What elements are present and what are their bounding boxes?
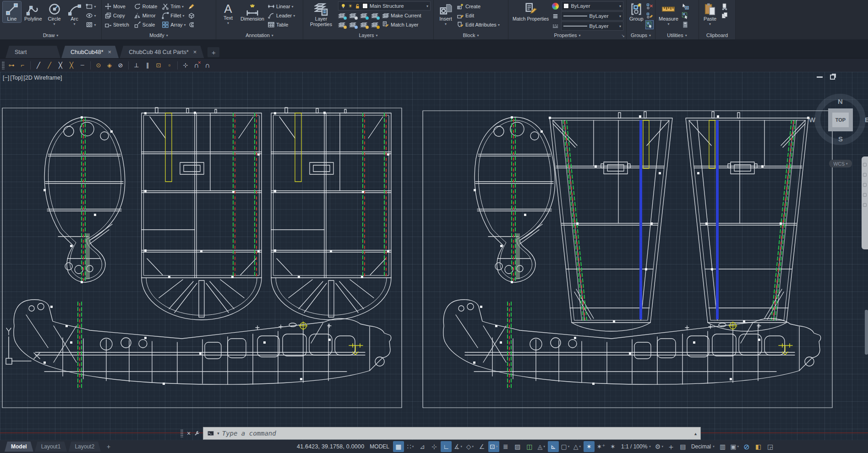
tab-chubcub48-cut-parts[interactable]: ChubCub 48 Cut Parts*× (120, 46, 204, 58)
viewcube-east[interactable]: E (865, 116, 868, 124)
workspace-switching-button[interactable]: ⚙▾ (654, 441, 665, 452)
line-button[interactable]: Line (3, 1, 21, 22)
crosshair-button[interactable]: ＋ (666, 441, 677, 452)
toolbar-grip[interactable] (2, 61, 5, 70)
parallel-snap-button[interactable]: ∥ (142, 60, 153, 70)
tab-start[interactable]: Start (5, 46, 60, 58)
isometric-drafting-toggle[interactable]: ◇▾ (464, 441, 475, 452)
viewport-menu-button[interactable]: [−] (3, 75, 9, 81)
left-wing-rib-stack[interactable] (44, 116, 125, 283)
draw-panel-label[interactable]: Draw▾ (0, 31, 101, 39)
infer-constraints-toggle[interactable]: ⊿ (417, 441, 428, 452)
lineweight-toggle[interactable]: ≣ (500, 441, 511, 452)
layer-on-button[interactable] (338, 21, 346, 28)
visual-style-control-button[interactable]: [2D Wireframe] (23, 75, 62, 81)
viewcube[interactable]: N S W E TOP (814, 91, 867, 149)
explode-button[interactable] (188, 11, 195, 20)
close-icon[interactable]: × (187, 430, 191, 437)
extension-snap-button[interactable]: ┄ (77, 60, 87, 70)
dynamic-ucs-toggle[interactable]: ⊾ (548, 441, 559, 452)
modify-panel-label[interactable]: Modify▾ (102, 31, 216, 39)
gizmo-toggle[interactable]: △▾ (572, 441, 583, 452)
fillet-button[interactable]: Fillet▾ (162, 11, 186, 20)
group-button[interactable]: Group (628, 1, 645, 22)
ellipse-button[interactable]: ▾ (86, 11, 96, 20)
text-button[interactable]: AText▾ (219, 1, 237, 27)
measure-button[interactable]: Measure▾ (657, 1, 680, 28)
ortho-toggle[interactable]: ∟ (441, 441, 452, 452)
circle-button[interactable]: Circle▾ (45, 1, 64, 28)
paste-button[interactable]: Paste▾ (701, 1, 719, 28)
layout1-tab[interactable]: Layout1 (35, 442, 67, 452)
dimension-button[interactable]: Dimension (239, 1, 266, 22)
layer-lock-button[interactable] (371, 12, 379, 19)
viewcube-north[interactable]: N (838, 97, 843, 105)
intersection-snap-button[interactable]: ╳ (55, 60, 66, 70)
annotation-scale-button[interactable]: 1:1 / 100%▾ (619, 443, 653, 450)
object-color-select[interactable]: ByLayer▾ (561, 1, 623, 11)
rotate-button[interactable]: Rotate (134, 2, 157, 11)
layer-freeze-button[interactable] (338, 12, 346, 19)
layer-isolate-button[interactable] (360, 12, 368, 19)
group-selection-toggle[interactable] (646, 21, 653, 29)
stretch-button[interactable]: Stretch (104, 21, 129, 29)
selection-cycling-toggle[interactable]: ◫ (524, 441, 535, 452)
drawing-canvas[interactable]: [−] [Top] [2D Wireframe] N S W E TOP WCS… (0, 72, 868, 440)
right-wing-rib-stack[interactable] (474, 116, 555, 283)
make-current-button[interactable]: Make Current (382, 11, 421, 20)
properties-panel-label[interactable]: Properties▾ (508, 31, 626, 39)
osnap-3d-toggle[interactable]: ◬▾ (536, 441, 547, 452)
tracking-snap-button[interactable]: ⊶ (6, 60, 16, 70)
linetype-icon[interactable] (552, 23, 559, 30)
object-snap-toggle[interactable]: ⊡▾ (488, 441, 499, 452)
layout2-tab[interactable]: Layout2 (68, 442, 101, 452)
copy-clip-button[interactable] (721, 11, 728, 20)
linear-button[interactable]: Linear▾ (267, 2, 295, 11)
offset-button[interactable] (188, 21, 195, 29)
selection-filtering-toggle[interactable]: ▢▾ (560, 441, 571, 452)
node-snap-button[interactable]: ▫ (164, 60, 175, 70)
arc-button[interactable]: Arc▾ (66, 1, 84, 28)
layers-panel-label[interactable]: Layers▾ (303, 31, 433, 39)
cut-button[interactable] (721, 2, 728, 11)
edit-attributes-button[interactable]: Edit Attributes▾ (457, 21, 500, 29)
quadrant-snap-button[interactable]: ◈ (104, 60, 115, 70)
recent-commands-icon[interactable]: ▾ (217, 431, 219, 436)
erase-button[interactable] (188, 2, 195, 11)
match-properties-button[interactable]: Match Properties (511, 1, 550, 22)
mirror-button[interactable]: Mirror (134, 11, 157, 20)
quick-highlight-button[interactable] (682, 11, 689, 20)
right-wing-panel-2[interactable] (686, 112, 809, 331)
annotation-visibility-toggle[interactable]: ✶ (584, 441, 595, 452)
grid-toggle[interactable]: ▦ (393, 441, 404, 452)
properties-launcher-icon[interactable]: ↘ (621, 33, 625, 38)
snap-off-button[interactable]: ∩✕ (191, 60, 202, 70)
viewport-minimize-icon[interactable] (817, 76, 823, 78)
viewcube-west[interactable]: W (809, 116, 815, 124)
viewcube-south[interactable]: S (838, 135, 843, 143)
dynamic-input-toggle[interactable]: ⊹ (429, 441, 440, 452)
isolate-objects-button[interactable]: ▣▾ (729, 441, 740, 452)
hatch-button[interactable]: ▾ (86, 21, 96, 29)
endpoint-snap-button[interactable]: ╱ (33, 60, 44, 70)
layer-properties-button[interactable]: Layer Properties (306, 1, 336, 28)
table-button[interactable]: Table (267, 21, 295, 29)
navigation-bar[interactable] (862, 156, 868, 249)
insert-snap-button[interactable]: ⊡ (153, 60, 164, 70)
annotation-scale-icon[interactable]: ✶ (607, 441, 618, 452)
nearest-snap-button[interactable]: ⊹ (180, 60, 191, 70)
lineweight-icon[interactable] (552, 13, 559, 20)
new-tab-button[interactable]: + (207, 47, 219, 57)
layer-unisolate-button[interactable] (360, 21, 368, 28)
left-wing-panel-2[interactable] (271, 108, 391, 320)
edit-block-button[interactable]: Edit (457, 11, 500, 20)
model-tab[interactable]: Model (5, 442, 33, 452)
clean-screen-button[interactable]: ◲ (765, 441, 776, 452)
insert-button[interactable]: Insert▾ (437, 1, 455, 28)
group-edit-button[interactable] (646, 11, 653, 20)
polar-tracking-toggle[interactable]: ∡▾ (453, 441, 464, 452)
quick-properties-toggle[interactable]: ▥ (717, 441, 728, 452)
close-icon[interactable]: × (193, 49, 197, 55)
close-icon[interactable]: × (108, 49, 112, 55)
perpendicular-snap-button[interactable]: ⊥ (131, 60, 142, 70)
